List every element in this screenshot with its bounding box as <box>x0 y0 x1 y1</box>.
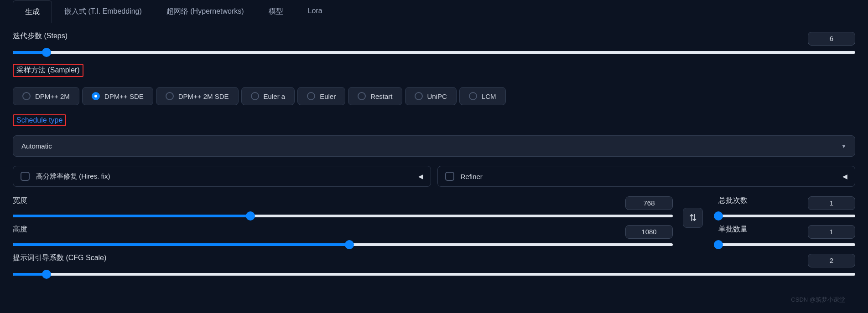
steps-label: 迭代步数 (Steps) <box>13 31 68 41</box>
sampler-dpmpp-sde[interactable]: DPM++ SDE <box>82 87 153 105</box>
sampler-restart[interactable]: Restart <box>348 87 402 105</box>
tab-generate[interactable]: 生成 <box>13 0 52 23</box>
height-label: 高度 <box>13 225 27 234</box>
tab-embedding[interactable]: 嵌入式 (T.I. Embedding) <box>52 0 154 23</box>
radio-icon <box>415 92 423 100</box>
steps-row: 迭代步数 (Steps) 6 <box>13 31 855 54</box>
triangle-left-icon: ◀ <box>418 173 423 180</box>
cfg-row: 提示词引导系数 (CFG Scale) 2 <box>13 253 855 276</box>
steps-value[interactable]: 6 <box>808 32 855 46</box>
chevron-down-icon: ▼ <box>841 143 847 149</box>
width-slider[interactable] <box>13 215 673 217</box>
tab-bar: 生成 嵌入式 (T.I. Embedding) 超网络 (Hypernetwor… <box>13 0 855 23</box>
sampler-unipc[interactable]: UniPC <box>405 87 457 105</box>
cfg-value[interactable]: 2 <box>808 254 855 267</box>
refiner-label: Refiner <box>461 173 483 180</box>
steps-slider[interactable] <box>13 51 855 54</box>
schedule-dropdown[interactable]: Automatic ▼ <box>13 135 855 157</box>
batch-count-value[interactable]: 1 <box>808 196 855 210</box>
batch-size-label: 单批数量 <box>718 225 748 234</box>
cfg-slider[interactable] <box>13 273 855 276</box>
sampler-label: 采样方法 (Sampler) <box>13 64 83 77</box>
sampler-section: 采样方法 (Sampler) DPM++ 2M DPM++ SDE DPM++ … <box>13 64 855 105</box>
tab-hypernetworks[interactable]: 超网络 (Hypernetworks) <box>154 0 256 23</box>
batch-count-row: 总批次数 1 <box>718 196 855 217</box>
tab-checkpoints[interactable]: 模型 <box>256 0 296 23</box>
radio-icon <box>92 92 100 100</box>
sampler-options: DPM++ 2M DPM++ SDE DPM++ 2M SDE Euler a … <box>13 87 855 105</box>
sampler-dpmpp-2m[interactable]: DPM++ 2M <box>13 87 79 105</box>
schedule-label: Schedule type <box>13 114 66 126</box>
accordion-row: 高分辨率修复 (Hires. fix) ◀ Refiner ◀ <box>13 166 855 187</box>
sampler-dpmpp-2m-sde[interactable]: DPM++ 2M SDE <box>156 87 239 105</box>
hires-fix-label: 高分辨率修复 (Hires. fix) <box>36 172 110 181</box>
width-value[interactable]: 768 <box>625 196 673 210</box>
batch-size-row: 单批数量 1 <box>718 225 855 246</box>
height-slider[interactable] <box>13 243 673 246</box>
radio-icon <box>469 92 477 100</box>
sampler-euler-a[interactable]: Euler a <box>241 87 295 105</box>
swap-dimensions-button[interactable]: ⇅ <box>683 208 703 228</box>
triangle-left-icon: ◀ <box>842 173 847 180</box>
height-value[interactable]: 1080 <box>625 225 673 239</box>
hires-fix-accordion[interactable]: 高分辨率修复 (Hires. fix) ◀ <box>13 166 431 187</box>
checkbox-icon[interactable] <box>21 172 30 181</box>
batch-size-value[interactable]: 1 <box>808 225 855 239</box>
schedule-section: Schedule type Automatic ▼ <box>13 114 855 157</box>
checkbox-icon[interactable] <box>445 172 454 181</box>
radio-icon <box>307 92 315 100</box>
height-row: 高度 1080 <box>13 225 673 246</box>
width-label: 宽度 <box>13 196 27 205</box>
radio-icon <box>22 92 31 100</box>
cfg-label: 提示词引导系数 (CFG Scale) <box>13 253 106 263</box>
tab-lora[interactable]: Lora <box>296 0 335 23</box>
batch-count-slider[interactable] <box>718 215 855 217</box>
width-row: 宽度 768 <box>13 196 673 217</box>
sampler-euler[interactable]: Euler <box>297 87 345 105</box>
schedule-selected: Automatic <box>21 142 52 150</box>
watermark: CSDN @筑梦小课堂 <box>791 296 845 299</box>
sampler-lcm[interactable]: LCM <box>459 87 506 105</box>
radio-icon <box>358 92 366 100</box>
batch-size-slider[interactable] <box>718 243 855 246</box>
radio-icon <box>166 92 174 100</box>
radio-icon <box>251 92 259 100</box>
batch-count-label: 总批次数 <box>718 196 748 205</box>
swap-icon: ⇅ <box>689 212 697 223</box>
refiner-accordion[interactable]: Refiner ◀ <box>437 166 856 187</box>
dimensions-grid: 宽度 768 高度 1080 ⇅ 总批次数 <box>13 196 855 253</box>
